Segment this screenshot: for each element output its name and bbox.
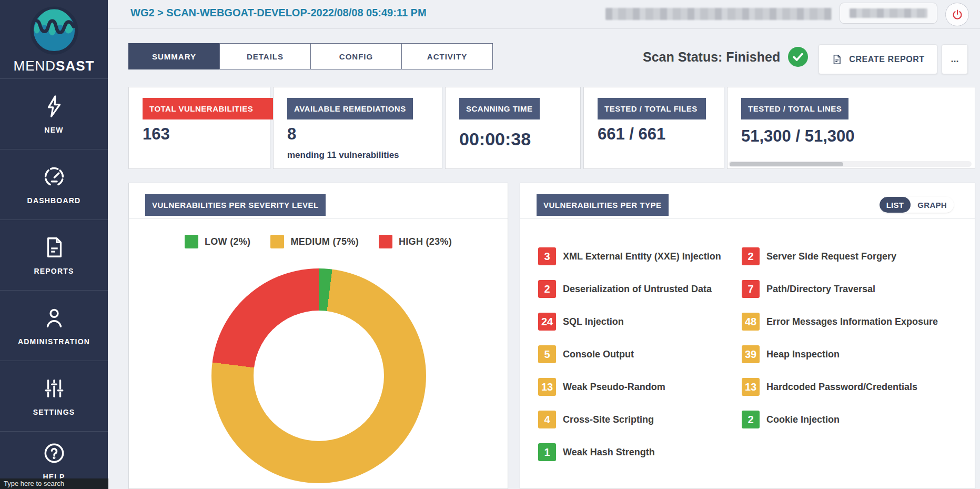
severity-panel: VULNERABILITIES PER SEVERITY LEVEL LOW (… bbox=[128, 183, 508, 489]
types-panel-title: VULNERABILITIES PER TYPE bbox=[537, 194, 669, 216]
user-icon bbox=[42, 306, 66, 330]
help-icon bbox=[42, 441, 66, 465]
card-scanning-time: SCANNING TIME 00:00:38 bbox=[445, 87, 581, 169]
sidebar-item-reports[interactable]: REPORTS bbox=[0, 220, 108, 291]
vuln-count-badge: 1 bbox=[538, 443, 556, 461]
card-available-remediations: AVAILABLE REMEDIATIONS 8 mending 11 vuln… bbox=[273, 87, 442, 169]
mend-logo-icon bbox=[30, 6, 78, 55]
sidebar-item-settings[interactable]: SETTINGS bbox=[0, 361, 108, 432]
top-bar: WG2 > SCAN-WEBGOAT-DEVELOP-2022/08/08 05… bbox=[108, 0, 980, 29]
list-graph-toggle: LIST GRAPH bbox=[880, 197, 954, 213]
legend-swatch-medium bbox=[270, 235, 284, 248]
severity-panel-header: VULNERABILITIES PER SEVERITY LEVEL bbox=[129, 183, 508, 219]
tab-summary[interactable]: SUMMARY bbox=[128, 43, 220, 69]
severity-legend: LOW (2%) MEDIUM (75%) HIGH (23%) bbox=[129, 235, 508, 248]
vuln-type-row: 48 Error Messages Information Exposure bbox=[742, 313, 938, 331]
sidebar-item-administration[interactable]: ADMINISTRATION bbox=[0, 291, 108, 361]
card-value: 661 / 661 bbox=[598, 125, 724, 144]
vuln-count-badge: 2 bbox=[742, 247, 760, 265]
card-tested-total-lines: TESTED / TOTAL LINES 51,300 / 51,300 bbox=[727, 87, 975, 169]
redacted-account-text bbox=[605, 8, 832, 20]
vuln-types-column-right: 2 Server Side Request Forgery 7 Path/Dir… bbox=[742, 247, 938, 428]
create-report-button[interactable]: CREATE REPORT bbox=[819, 44, 937, 74]
card-value: 00:00:38 bbox=[459, 129, 580, 149]
vuln-count-badge: 48 bbox=[742, 313, 760, 331]
vuln-types-column-left: 3 XML External Entity (XXE) Injection 2 … bbox=[538, 247, 721, 461]
report-document-icon bbox=[42, 235, 66, 260]
vuln-count-badge: 39 bbox=[742, 345, 760, 363]
vuln-count-badge: 7 bbox=[742, 280, 760, 298]
legend-item-low: LOW (2%) bbox=[185, 235, 250, 248]
legend-swatch-low bbox=[185, 235, 198, 248]
scan-status-text: Scan Status: Finished bbox=[643, 49, 780, 65]
vuln-type-row: 5 Console Output bbox=[538, 345, 721, 363]
card-title-badge: TOTAL VULNERABILITIES bbox=[143, 98, 274, 119]
tab-activity[interactable]: ACTIVITY bbox=[401, 43, 493, 69]
card-value: 8 bbox=[287, 125, 442, 144]
breadcrumb[interactable]: WG2 > SCAN-WEBGOAT-DEVELOP-2022/08/08 05… bbox=[130, 7, 427, 19]
vuln-type-row: 7 Path/Directory Traversal bbox=[742, 280, 938, 298]
types-panel-header: VULNERABILITIES PER TYPE LIST GRAPH bbox=[520, 183, 975, 219]
report-file-icon bbox=[831, 54, 843, 65]
sliders-icon bbox=[42, 376, 66, 401]
card-note: mending 11 vulnerabilities bbox=[287, 150, 442, 161]
vuln-type-row: 3 XML External Entity (XXE) Injection bbox=[538, 247, 721, 265]
brand-name: MENDSAST bbox=[14, 58, 95, 74]
vuln-type-row: 13 Weak Pseudo-Random bbox=[538, 378, 721, 396]
vuln-count-badge: 5 bbox=[538, 345, 556, 363]
vuln-type-row: 39 Heap Inspection bbox=[742, 345, 938, 363]
sidebar-item-dashboard[interactable]: DASHBOARD bbox=[0, 149, 108, 220]
card-value: 163 bbox=[143, 125, 270, 144]
vuln-type-row: 2 Server Side Request Forgery bbox=[742, 247, 938, 265]
vuln-count-badge: 4 bbox=[538, 411, 556, 428]
card-horizontal-scrollbar[interactable] bbox=[729, 161, 972, 167]
vuln-type-row: 4 Cross-Site Scripting bbox=[538, 411, 721, 428]
sidebar-item-new[interactable]: NEW bbox=[0, 79, 108, 149]
vuln-type-row: 1 Weak Hash Strength bbox=[538, 443, 721, 461]
vuln-count-badge: 24 bbox=[538, 313, 556, 331]
scrollbar-thumb[interactable] bbox=[730, 162, 843, 166]
tab-config[interactable]: CONFIG bbox=[310, 43, 402, 69]
taskbar-search-tooltip: Type here to search bbox=[0, 478, 108, 489]
types-panel: VULNERABILITIES PER TYPE LIST GRAPH 3 XM… bbox=[520, 183, 975, 489]
redacted-header-button[interactable] bbox=[840, 3, 937, 24]
card-title-badge: AVAILABLE REMEDIATIONS bbox=[287, 98, 413, 119]
vuln-count-badge: 2 bbox=[538, 280, 556, 298]
vuln-count-badge: 13 bbox=[742, 378, 760, 396]
vuln-type-row: 2 Deserialization of Untrusted Data bbox=[538, 280, 721, 298]
legend-swatch-high bbox=[379, 235, 392, 248]
card-title-badge: TESTED / TOTAL FILES bbox=[598, 98, 706, 119]
redacted-button-label bbox=[850, 8, 927, 18]
tab-details[interactable]: DETAILS bbox=[219, 43, 311, 69]
card-tested-total-files: TESTED / TOTAL FILES 661 / 661 bbox=[583, 87, 724, 169]
stats-cards-row: TOTAL VULNERABILITIES 163 AVAILABLE REME… bbox=[128, 87, 980, 169]
scan-tabs: SUMMARY DETAILS CONFIG ACTIVITY bbox=[128, 43, 493, 69]
vuln-count-badge: 3 bbox=[538, 247, 556, 265]
more-actions-button[interactable]: ... bbox=[942, 44, 968, 74]
vuln-type-row: 13 Hardcoded Password/Credentials bbox=[742, 378, 938, 396]
legend-item-high: HIGH (23%) bbox=[379, 235, 452, 248]
vuln-type-row: 24 SQL Injection bbox=[538, 313, 721, 331]
card-title-badge: TESTED / TOTAL LINES bbox=[741, 98, 848, 119]
vuln-type-row: 2 Cookie Injection bbox=[742, 411, 938, 428]
brand-logo: MENDSAST bbox=[0, 0, 108, 79]
card-total-vulnerabilities: TOTAL VULNERABILITIES 163 bbox=[128, 87, 270, 169]
power-icon bbox=[951, 8, 964, 21]
severity-donut-chart bbox=[211, 268, 426, 483]
toggle-graph[interactable]: GRAPH bbox=[911, 197, 954, 213]
logout-power-button[interactable] bbox=[945, 3, 969, 26]
card-value: 51,300 / 51,300 bbox=[741, 127, 864, 146]
card-title-badge: SCANNING TIME bbox=[459, 98, 540, 119]
vuln-count-badge: 13 bbox=[538, 378, 556, 396]
gauge-icon bbox=[42, 165, 66, 189]
scan-status-check-icon bbox=[788, 47, 808, 67]
sidebar: MENDSAST NEW DASHBOARD REPORTS ADMINISTR… bbox=[0, 0, 108, 489]
lightning-icon bbox=[42, 94, 66, 118]
scan-status: Scan Status: Finished bbox=[643, 47, 808, 67]
vuln-count-badge: 2 bbox=[742, 411, 760, 428]
severity-panel-title: VULNERABILITIES PER SEVERITY LEVEL bbox=[145, 194, 326, 216]
toggle-list[interactable]: LIST bbox=[880, 197, 911, 213]
legend-item-medium: MEDIUM (75%) bbox=[270, 235, 359, 248]
